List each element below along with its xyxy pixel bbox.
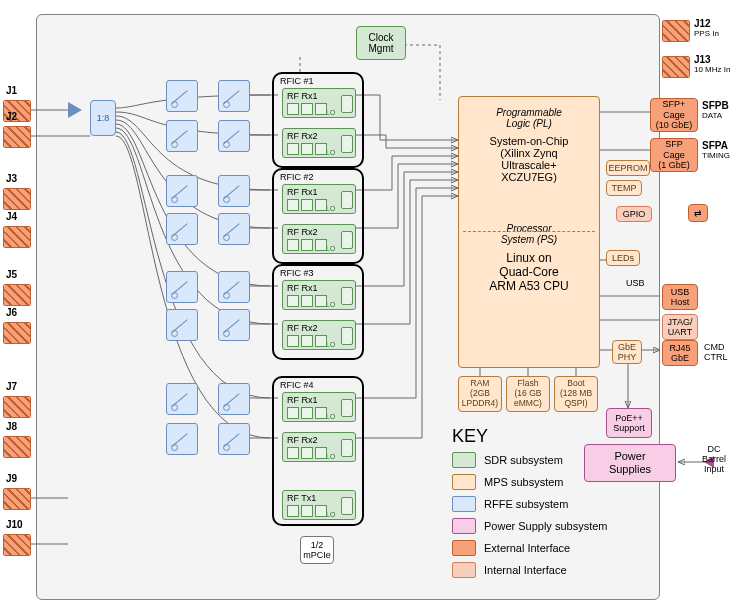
rfic-group-3: RFIC #3 RF Rx1 LO RF Rx2 LO (272, 264, 364, 360)
soc-block: Programmable Logic (PL) System-on-Chip (… (458, 96, 600, 368)
conn-j7 (3, 396, 31, 418)
conn-j9-label: J9 (6, 473, 17, 484)
rffe-filter-b-6 (218, 309, 250, 341)
rfic-group-2: RFIC #2 RF Rx1 LO RF Rx2 LO (272, 168, 364, 264)
rffe-filter-a-5 (166, 271, 198, 303)
conn-j1-label: J1 (6, 85, 17, 96)
memory-boot: Boot(128 MBQSPI) (554, 376, 598, 412)
soc-ps-title: Processor System (PS) (459, 223, 599, 245)
conn-j4 (3, 226, 31, 248)
conn-j12-label: J12PPS In (694, 18, 736, 38)
rffe-filter-a-1 (166, 80, 198, 112)
rffe-filter-a-7 (166, 383, 198, 415)
rfic-title: RFIC #3 (280, 268, 314, 278)
rf-channel: RF Rx1 LO (282, 184, 356, 214)
rf-channel: RF Rx1 LO (282, 88, 356, 118)
memory-ram: RAM(2GBLPDDR4) (458, 376, 502, 412)
conn-j2 (3, 126, 31, 148)
gpio: GPIO (616, 206, 652, 222)
usb-host: USB Host (662, 284, 698, 310)
rffe-filter-b-3 (218, 175, 250, 207)
conn-j2-label: J2 (6, 111, 17, 122)
jtag-uart: JTAG/ UART (662, 314, 698, 340)
soc-main: System-on-Chip (Xilinx Zynq Ultrascale+ … (459, 135, 599, 183)
legend-row: SDR subsystem (452, 452, 563, 468)
rf-channel: RF Rx2 LO (282, 320, 356, 350)
rfic-group-4: RFIC #4 RF Rx1 LO RF Rx2 LO RF Tx1 LO (272, 376, 364, 526)
legend-row: MPS subsystem (452, 474, 563, 490)
rffe-filter-b-4 (218, 213, 250, 245)
rfic-title: RFIC #2 (280, 172, 314, 182)
rffe-filter-a-8 (166, 423, 198, 455)
conn-j5-label: J5 (6, 269, 17, 280)
legend-title: KEY (452, 426, 488, 447)
cmd-ctrl-label: CMD CTRL (704, 342, 728, 362)
gbe-phy: GbE PHY (612, 340, 642, 364)
rffe-filter-a-3 (166, 175, 198, 207)
rfic-group-1: RFIC #1 RF Rx1 LO RF Rx2 LO (272, 72, 364, 168)
conn-j13-label: J1310 MHz In (694, 54, 736, 74)
eeprom: EEPROM (606, 160, 650, 176)
clock-mgmt: Clock Mgmt (356, 26, 406, 60)
rffe-filter-a-6 (166, 309, 198, 341)
memory-flash: Flash(16 GBeMMC) (506, 376, 550, 412)
conn-j3-label: J3 (6, 173, 17, 184)
conn-j10 (3, 534, 31, 556)
legend-row: Internal Interface (452, 562, 567, 578)
conn-j12 (662, 20, 690, 42)
rffe-filter-b-5 (218, 271, 250, 303)
legend-row: RFFE subsystem (452, 496, 568, 512)
legend-row: Power Supply subsystem (452, 518, 608, 534)
poe-support: PoE++ Support (606, 408, 652, 438)
conn-j5 (3, 284, 31, 306)
rffe-filter-b-7 (218, 383, 250, 415)
conn-j8 (3, 436, 31, 458)
rf-channel: RF Tx1 LO (282, 490, 356, 520)
rffe-filter-b-1 (218, 80, 250, 112)
conn-j6 (3, 322, 31, 344)
rffe-filter-b-8 (218, 423, 250, 455)
lna-amp-icon (68, 102, 82, 118)
conn-j10-label: J10 (6, 519, 23, 530)
dc-barrel-label: DC Barrel Input (702, 444, 726, 474)
rffe-filter-a-2 (166, 120, 198, 152)
sfp-side-1: SFPBDATA (702, 100, 729, 120)
conn-j7-label: J7 (6, 381, 17, 392)
rj45-gbe: RJ45 GbE (662, 340, 698, 366)
leds: LEDs (606, 250, 640, 266)
rffe-filter-a-4 (166, 213, 198, 245)
rf-channel: RF Rx2 LO (282, 224, 356, 254)
half-mpcie: 1/2 mPCIe (300, 536, 334, 564)
soc-ps-main: Linux on Quad-Core ARM A53 CPU (459, 251, 599, 293)
sfp-cage-2: SFPCage(1 GbE) (650, 138, 698, 172)
usb-label: USB (626, 278, 645, 288)
legend-row: External Interface (452, 540, 570, 556)
splitter-1to8: 1:8 (90, 100, 116, 136)
rf-channel: RF Rx1 LO (282, 280, 356, 310)
rfic-title: RFIC #1 (280, 76, 314, 86)
sfp-cage-1: SFP+Cage(10 GbE) (650, 98, 698, 132)
rfic-title: RFIC #4 (280, 380, 314, 390)
sfp-side-2: SFPATIMING (702, 140, 730, 160)
rf-channel: RF Rx2 LO (282, 432, 356, 462)
rf-channel: RF Rx2 LO (282, 128, 356, 158)
rffe-filter-b-2 (218, 120, 250, 152)
conn-j3 (3, 188, 31, 210)
temp-sensor: TEMP (606, 180, 642, 196)
gpio-ext-icon: ⇄ (688, 204, 708, 222)
conn-j8-label: J8 (6, 421, 17, 432)
conn-j6-label: J6 (6, 307, 17, 318)
conn-j4-label: J4 (6, 211, 17, 222)
rf-channel: RF Rx1 LO (282, 392, 356, 422)
conn-j13 (662, 56, 690, 78)
power-supplies: Power Supplies (584, 444, 676, 482)
conn-j9 (3, 488, 31, 510)
soc-pl-title: Programmable Logic (PL) (459, 107, 599, 129)
